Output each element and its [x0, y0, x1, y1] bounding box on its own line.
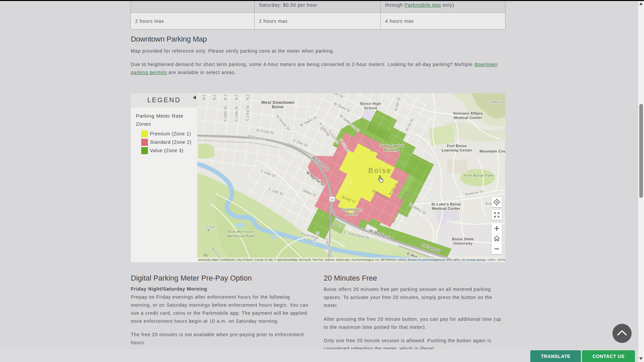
svg-text:N 2: N 2	[213, 95, 216, 100]
svg-text:School: School	[364, 106, 377, 110]
svg-text:S 24th St: S 24th St	[234, 106, 238, 122]
svg-text:St Luke's Boise: St Luke's Boise	[431, 202, 461, 206]
svg-text:West Downtown: West Downtown	[261, 100, 294, 105]
svg-text:Mountain Cove: Mountain Cove	[479, 149, 505, 153]
svg-text:Memorial Park: Memorial Park	[227, 234, 255, 238]
svg-text:Veterans Affairs: Veterans Affairs	[453, 111, 483, 115]
svg-text:Ann Morrison: Ann Morrison	[228, 230, 254, 234]
svg-text:Medical Center: Medical Center	[432, 206, 461, 210]
svg-text:Boise: Boise	[272, 105, 283, 109]
svg-text:Boise: Boise	[345, 212, 357, 216]
svg-text:S 25th St: S 25th St	[223, 106, 227, 122]
svg-text:Boise High: Boise High	[360, 102, 381, 106]
svg-text:Fort Boise Park: Fort Boise Park	[464, 173, 494, 177]
svg-text:S 23rd St: S 23rd St	[246, 106, 250, 121]
svg-text:N 2: N 2	[202, 95, 206, 100]
svg-text:Learning Center: Learning Center	[441, 148, 472, 152]
svg-text:Kra: Kra	[486, 201, 492, 205]
svg-text:Boise: Boise	[368, 166, 392, 175]
svg-text:State Capital: State Capital	[379, 143, 404, 147]
svg-text:20: 20	[330, 198, 334, 201]
svg-text:Fort Boise: Fort Boise	[447, 144, 467, 148]
svg-text:N 2: N 2	[224, 95, 227, 100]
svg-text:2898 ft: 2898 ft	[490, 100, 501, 104]
svg-text:Downtown: Downtown	[341, 207, 363, 212]
svg-text:University: University	[453, 241, 473, 245]
svg-text:N 2: N 2	[246, 95, 250, 100]
svg-text:ommunity Maps Contributors, Ci: ommunity Maps Contributors, City of Bois…	[198, 258, 505, 261]
svg-text:Boise State: Boise State	[452, 237, 474, 241]
svg-text:N 2: N 2	[235, 95, 238, 100]
svg-text:Rd: Rd	[203, 253, 208, 257]
svg-text:Building: Building	[383, 148, 399, 152]
svg-text:2734 ft: 2734 ft	[204, 225, 215, 229]
svg-text:Medical Center: Medical Center	[454, 116, 482, 120]
